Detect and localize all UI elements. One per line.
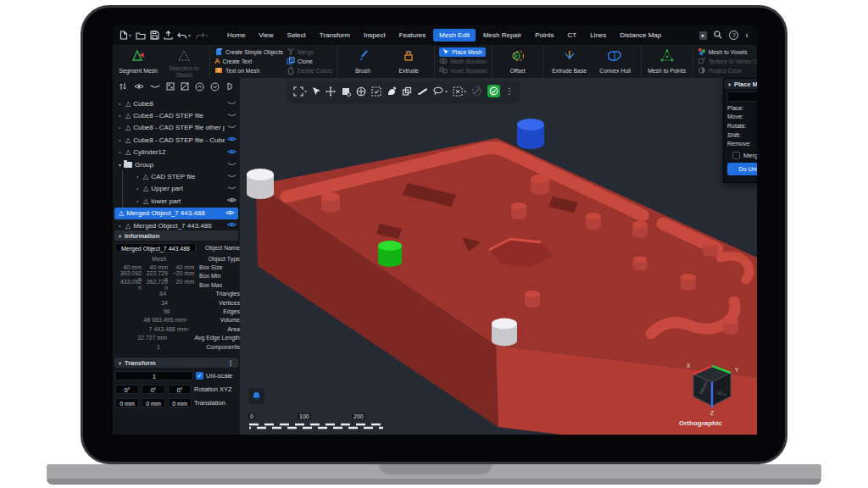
flip-icon[interactable] [225,82,234,91]
uniscale-input[interactable]: 1 [115,371,193,380]
search-icon[interactable] [714,30,722,41]
group-objects-icon[interactable] [166,82,175,91]
tab-inspect[interactable]: Inspect [358,29,392,42]
segment-mesh-button[interactable]: Segment Mesh [115,47,161,76]
tab-home[interactable]: Home [221,29,251,42]
tree-item-group[interactable]: ▾Group [113,158,240,170]
tree-item-upper-part[interactable]: •△Upper part [122,183,240,195]
tab-ct[interactable]: CT [561,29,582,42]
tab-mesh-edit[interactable]: Mesh Edit [433,29,476,42]
place-mesh-header[interactable]: ▾ Place Mesh ✕ [724,79,757,89]
box-select-icon[interactable]: ▾ [453,86,466,97]
eye-icon[interactable] [227,136,236,144]
expander-icon[interactable]: ▾ [119,162,121,168]
eye-closed-icon[interactable] [227,112,236,119]
orientation-gizmo[interactable]: X Y Z FRONT LEFT [668,359,741,419]
translation-x-input[interactable]: 0 mm [115,398,139,408]
open-folder-icon[interactable] [136,31,146,40]
eye-icon[interactable] [225,209,235,218]
eye-closed-icon[interactable] [227,100,236,108]
viewport-3d[interactable]: ▾ ▾ ▾ ⋮ 0 100 [240,78,757,435]
tabs-overflow-button[interactable]: ▸ [699,31,708,40]
marquee-select-icon[interactable] [371,86,381,97]
lasso-select-icon[interactable]: ▾ [433,86,448,96]
rotation-x-input[interactable]: 0° [115,385,139,394]
help-icon[interactable]: ? [729,30,738,40]
tree-item-lower-part[interactable]: •△lower part [122,195,240,207]
eye-icon[interactable] [227,197,236,205]
tree-item-cube8[interactable]: •△Cube8 [113,97,240,109]
collapse-ribbon-icon[interactable]: ‹ [745,31,748,39]
translation-z-input[interactable]: 0 mm [168,398,192,408]
move-up-icon[interactable] [195,82,204,92]
mesh-to-voxels-button[interactable]: Mesh to Voxels [698,47,757,57]
tree-item-cylinder12[interactable]: •△Cylinder12 [113,147,240,158]
create-simple-objects-icon [214,47,223,58]
extrude-button[interactable]: Extrude [386,47,431,76]
transform-header[interactable]: ▾Transform⋮ [114,358,238,368]
tab-view[interactable]: View [253,29,279,42]
convex-hull-button[interactable]: Convex Hull [593,47,638,76]
move-down-icon[interactable] [210,82,220,92]
extrude-base-button[interactable]: Extrude Base [547,47,593,76]
tree-item-merged-488[interactable]: △Merged Object_7 443.488 [114,208,238,219]
eye-icon[interactable] [227,148,236,157]
toolbar-kebab-icon[interactable]: ⋮ [505,86,514,96]
rotation-z-input[interactable]: 0° [168,385,192,394]
eye-closed-icon[interactable] [227,173,236,180]
duplicate-tool-icon[interactable] [402,86,412,97]
create-simple-objects-button[interactable]: Create Simple Objects [214,47,283,57]
orbit-tool-icon[interactable] [356,86,366,97]
merge-connectors-checkbox[interactable] [732,152,740,159]
eye-closed-icon[interactable] [227,124,236,131]
brush-button[interactable]: Brush [340,47,386,76]
notification-bell-button[interactable] [248,388,264,404]
tree-item-cube8-cube8[interactable]: •△Cube8 - CAD STEP file - Cube8 - C [113,134,240,146]
eye-closed-icon[interactable] [227,185,236,192]
tab-points[interactable]: Points [529,29,559,42]
create-text-button[interactable]: A Create Text [214,57,283,66]
place-mesh-button[interactable]: Place Mesh [439,47,487,57]
offset-button[interactable]: Offset [495,47,541,76]
eye-icon[interactable] [227,221,236,230]
object-name-input[interactable]: Merged Object_7 443.488 [115,243,196,252]
sculpt-tool-icon[interactable] [387,86,397,97]
tab-transform[interactable]: Transform [314,29,356,42]
sort-icon[interactable] [119,82,128,91]
export-icon[interactable] [164,30,173,40]
mesh-to-points-button[interactable]: Mesh to Points [644,47,690,76]
tab-distance-map[interactable]: Distance Map [614,29,667,42]
tab-features[interactable]: Features [393,29,432,42]
move-tool-icon[interactable] [326,86,336,97]
transform-tool-icon[interactable] [341,86,351,97]
mesh-icon: △ [125,136,131,144]
eye-closed-icon[interactable] [227,161,236,169]
move-row: Move:LMBDrag any placed object [724,113,757,122]
information-header[interactable]: ▾Information [114,230,238,241]
tab-mesh-repair[interactable]: Mesh Repair [477,29,527,42]
tree-item-cube8-cad[interactable]: •△Cube8 - CAD STEP file [113,109,240,121]
kebab-menu-icon[interactable]: ⋮ [228,359,235,367]
confirm-button[interactable] [487,85,500,97]
hide-all-eye-closed-icon[interactable] [150,83,160,90]
new-file-icon[interactable]: ▾ [120,30,131,40]
tree-item-cube8-other[interactable]: •△Cube8 - CAD STEP file other part [113,122,240,134]
show-all-eye-icon[interactable] [134,83,144,90]
tab-select[interactable]: Select [281,29,312,42]
merge-button: Merge [287,47,332,57]
isolate-icon[interactable] [181,82,189,91]
rotation-y-input[interactable]: 0° [142,385,165,394]
tree-item-cad-step-file[interactable]: •△CAD STEP file [122,170,240,182]
do-union-button[interactable]: Do Union [727,163,757,175]
tab-lines[interactable]: Lines [584,29,612,42]
save-icon[interactable] [150,30,159,40]
translation-y-input[interactable]: 0 mm [142,398,165,408]
place-mesh-object-input[interactable]: Merged Object_7 443.488 [727,92,757,102]
fit-view-icon[interactable]: ▾ [293,86,307,97]
clone-button[interactable]: Clone [287,57,332,66]
text-on-mesh-button[interactable]: T Text on Mesh [214,66,283,75]
undo-icon[interactable]: ▾ [177,31,191,40]
uniscale-checkbox[interactable]: ✓ [196,372,203,380]
cut-plane-icon[interactable] [417,86,428,96]
select-cursor-icon[interactable] [312,86,320,97]
